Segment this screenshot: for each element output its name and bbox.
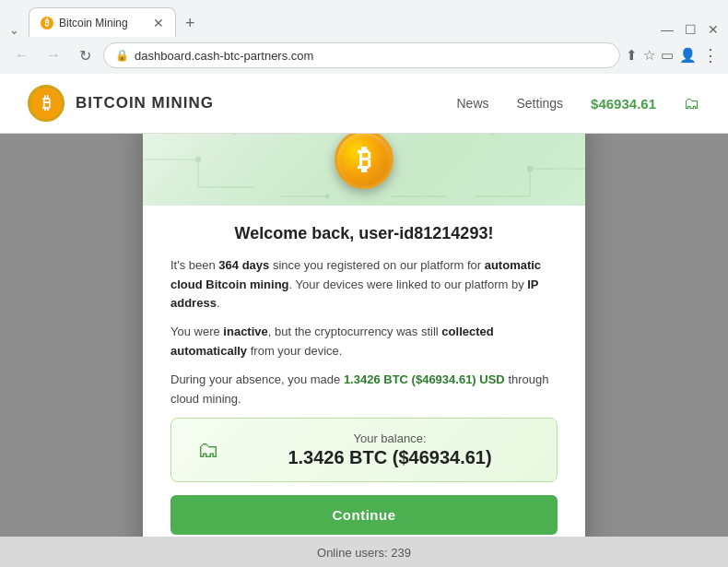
site-brand-text: BITCOIN MINING xyxy=(76,94,214,112)
url-text: dashboard.cash-btc-partners.com xyxy=(135,49,608,63)
balance-wallet-icon: 🗂 xyxy=(190,431,227,468)
collected-bold: collected automatically xyxy=(170,325,494,358)
modal-paragraph-3: During your absence, you made 1.3426 BTC… xyxy=(170,371,558,409)
svg-point-15 xyxy=(527,166,533,171)
online-users-bar: Online users: 239 xyxy=(0,537,728,567)
site-nav: News Settings $46934.61 🗂 xyxy=(456,94,700,113)
online-count: 239 xyxy=(391,546,411,560)
lock-icon: 🔒 xyxy=(115,49,129,62)
profile-icon[interactable]: 👤 xyxy=(679,47,697,64)
site-header: ₿ BITCOIN MINING News Settings $46934.61… xyxy=(0,74,728,134)
menu-icon[interactable]: ⋮ xyxy=(702,45,719,65)
modal-title: Welcome back, user-id81214293! xyxy=(170,224,558,243)
days-bold: 364 days xyxy=(218,258,269,272)
tablet-icon[interactable]: ▭ xyxy=(661,47,674,64)
svg-point-11 xyxy=(490,134,496,135)
svg-point-22 xyxy=(325,195,329,198)
nav-settings[interactable]: Settings xyxy=(517,96,564,111)
balance-box: 🗂 Your balance: 1.3426 BTC ($46934.61) xyxy=(170,418,558,482)
maximize-button[interactable]: ☐ xyxy=(685,22,697,37)
modal-header: ₿ xyxy=(143,134,585,206)
back-button[interactable]: ← xyxy=(9,42,35,68)
refresh-button[interactable]: ↻ xyxy=(72,42,98,68)
tab-close-button[interactable]: ✕ xyxy=(153,17,164,30)
modal-paragraph-2: You were inactive, but the cryptocurrenc… xyxy=(170,323,558,361)
close-window-button[interactable]: ✕ xyxy=(708,22,719,37)
tabs-row: ⌄ ₿ Bitcoin Mining ✕ + — ☐ ✕ xyxy=(0,0,728,37)
header-wallet-icon[interactable]: 🗂 xyxy=(684,94,700,113)
inactive-bold: inactive xyxy=(223,325,267,338)
balance-amount: 1.3426 BTC ($46934.61) xyxy=(241,447,538,468)
tab-title-text: Bitcoin Mining xyxy=(59,17,128,30)
balance-info: Your balance: 1.3426 BTC ($46934.61) xyxy=(241,431,538,468)
modal-paragraph-1: It's been 364 days since you registered … xyxy=(170,256,558,313)
nav-action-buttons: ⬆ ☆ ▭ 👤 ⋮ xyxy=(626,45,719,65)
navigation-bar: ← → ↻ 🔒 dashboard.cash-btc-partners.com … xyxy=(0,37,728,74)
modal-overlay: ₿ Welcome back, user-id81214293! It's be… xyxy=(0,134,728,537)
page-wrapper: ₿ BITCOIN MINING News Settings $46934.61… xyxy=(0,74,728,567)
online-label: Online users: xyxy=(317,546,388,560)
chevron-down-icon[interactable]: ⌄ xyxy=(9,23,19,37)
continue-button[interactable]: Continue xyxy=(170,495,558,535)
main-content: ₿ xyxy=(0,134,728,537)
header-balance: $46934.61 xyxy=(591,96,656,112)
svg-point-7 xyxy=(195,157,201,162)
site-logo: ₿ xyxy=(28,85,65,122)
share-icon[interactable]: ⬆ xyxy=(626,47,638,64)
minimize-button[interactable]: — xyxy=(661,22,674,37)
address-bar[interactable]: 🔒 dashboard.cash-btc-partners.com xyxy=(103,42,620,68)
bitcoin-coin-icon: ₿ xyxy=(335,134,393,189)
star-icon[interactable]: ☆ xyxy=(643,47,655,64)
forward-button[interactable]: → xyxy=(41,42,66,68)
welcome-modal: ₿ Welcome back, user-id81214293! It's be… xyxy=(143,134,585,537)
earned-amount-green: 1.3426 BTC ($46934.61) USD xyxy=(344,372,505,386)
tab-favicon: ₿ xyxy=(41,17,53,30)
active-tab[interactable]: ₿ Bitcoin Mining ✕ xyxy=(29,7,176,37)
balance-label: Your balance: xyxy=(241,431,538,445)
browser-chrome: ⌄ ₿ Bitcoin Mining ✕ + — ☐ ✕ ← → ↻ 🔒 das… xyxy=(0,0,728,74)
modal-body: Welcome back, user-id81214293! It's been… xyxy=(143,206,585,537)
svg-point-3 xyxy=(232,134,238,135)
nav-news[interactable]: News xyxy=(456,96,488,111)
new-tab-button[interactable]: + xyxy=(178,10,203,37)
